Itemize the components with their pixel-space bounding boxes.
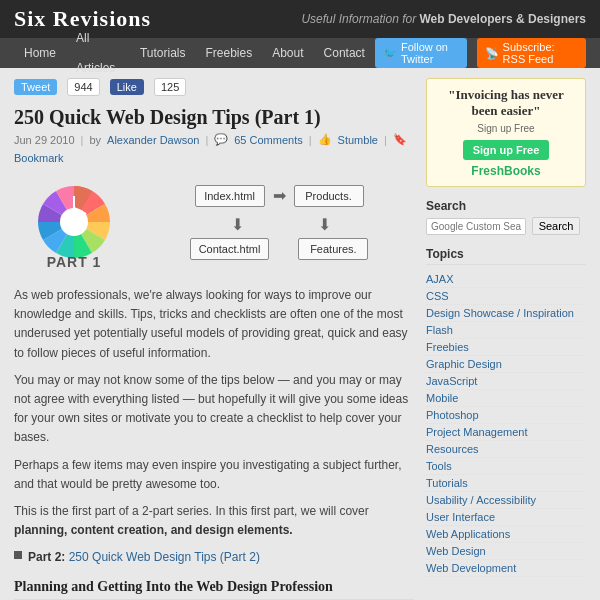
article-date: Jun 29 2010	[14, 134, 75, 146]
search-input[interactable]	[426, 218, 526, 235]
hero-diagram: Index.html ➡ Products. ⬇ ⬇ Contact.html …	[144, 174, 414, 274]
search-box: Search Search	[426, 199, 586, 235]
ad-headline: "Invoicing has never been easier"	[435, 87, 577, 119]
tweet-button[interactable]: Tweet	[14, 79, 57, 95]
nav-freebies[interactable]: Freebies	[196, 38, 263, 68]
main-column: Tweet 944 Like 125 250 Quick Web Design …	[14, 78, 414, 600]
social-bar: Tweet 944 Like 125	[14, 78, 414, 96]
part-label: PART 1	[14, 254, 134, 270]
diagram-box-contact: Contact.html	[190, 238, 270, 260]
topic-item[interactable]: Usability / Accessibility	[426, 492, 586, 509]
part2-bullet: Part 2: 250 Quick Web Design Tips (Part …	[14, 548, 414, 567]
like-button[interactable]: Like	[110, 79, 144, 95]
topic-item[interactable]: Mobile	[426, 390, 586, 407]
article-title: 250 Quick Web Design Tips (Part 1)	[14, 106, 414, 129]
diagram-box-products: Products.	[294, 185, 364, 207]
article-para-2: You may or may not know some of the tips…	[14, 371, 414, 448]
ad-logo: FreshBooks	[435, 164, 577, 178]
diagram-row-1: Index.html ➡ Products.	[195, 185, 364, 207]
article-body: As web professionals, we're always looki…	[14, 286, 414, 567]
content-wrap: Tweet 944 Like 125 250 Quick Web Design …	[0, 68, 600, 600]
bookmark-icon: 🔖	[393, 133, 407, 146]
topic-item[interactable]: Flash	[426, 322, 586, 339]
topic-item[interactable]: JavaScript	[426, 373, 586, 390]
article-comments[interactable]: 65 Comments	[234, 134, 302, 146]
sidebar: "Invoicing has never been easier" Sign u…	[426, 78, 586, 600]
search-label: Search	[426, 199, 586, 213]
topic-item[interactable]: CSS	[426, 288, 586, 305]
topic-item[interactable]: Web Applications	[426, 526, 586, 543]
diagram-row-2: Contact.html ➡ Features.	[190, 238, 369, 260]
twitter-icon: 🐦	[383, 47, 397, 60]
article-bookmark[interactable]: Bookmark	[14, 152, 64, 164]
diagram-arrow-down-2: ⬇	[318, 215, 331, 234]
article-para-4: This is the first part of a 2-part serie…	[14, 502, 414, 540]
topic-item[interactable]: Web Design	[426, 543, 586, 560]
topic-item[interactable]: Design Showcase / Inspiration	[426, 305, 586, 322]
topic-item[interactable]: Photoshop	[426, 407, 586, 424]
topic-item[interactable]: Freebies	[426, 339, 586, 356]
nav-bar: Home All Articles Tutorials Freebies Abo…	[0, 38, 600, 68]
comment-icon: 💬	[214, 133, 228, 146]
topics-label: Topics	[426, 247, 586, 265]
nav-social: 🐦 Follow on Twitter 📡 Subscribe: RSS Fee…	[375, 38, 586, 68]
part2-link[interactable]: 250 Quick Web Design Tips (Part 2)	[69, 550, 260, 564]
topic-item[interactable]: Web Development	[426, 560, 586, 577]
twitter-follow-button[interactable]: 🐦 Follow on Twitter	[375, 38, 467, 68]
nav-contact[interactable]: Contact	[314, 38, 375, 68]
rss-subscribe-button[interactable]: 📡 Subscribe: RSS Feed	[477, 38, 586, 68]
search-button[interactable]: Search	[532, 217, 581, 235]
nav-all-articles[interactable]: All Articles	[66, 23, 130, 83]
ad-sub: Sign up Free	[435, 123, 577, 134]
nav-about[interactable]: About	[262, 38, 313, 68]
topics: Topics AJAXCSSDesign Showcase / Inspirat…	[426, 247, 586, 577]
diagram-box-index: Index.html	[195, 185, 265, 207]
tweet-count: 944	[67, 78, 99, 96]
nav-home[interactable]: Home	[14, 38, 66, 68]
article-meta: Jun 29 2010 | by Alexander Dawson | 💬 65…	[14, 133, 414, 164]
diagram-arrow-right: ➡	[273, 186, 286, 205]
topic-item[interactable]: User Interface	[426, 509, 586, 526]
topic-item[interactable]: Project Management	[426, 424, 586, 441]
topic-item[interactable]: Graphic Design	[426, 356, 586, 373]
diagram-box-features: Features.	[298, 238, 368, 260]
topics-list: AJAXCSSDesign Showcase / InspirationFlas…	[426, 271, 586, 577]
topic-item[interactable]: AJAX	[426, 271, 586, 288]
topic-item[interactable]: Tutorials	[426, 475, 586, 492]
like-count: 125	[154, 78, 186, 96]
stumble-icon: 👍	[318, 133, 332, 146]
article-hero: PART 1 Index.html ➡ Products. ⬇ ⬇ Contac…	[14, 174, 414, 274]
diagram-arrow-down-1: ⬇	[231, 215, 244, 234]
ad-signup-button[interactable]: Sign up Free	[463, 140, 550, 160]
nav-tutorials[interactable]: Tutorials	[130, 38, 196, 68]
article-para-3: Perhaps a few items may even inspire you…	[14, 456, 414, 494]
color-wheel	[34, 182, 114, 262]
bullet-square	[14, 551, 22, 559]
article-author[interactable]: Alexander Dawson	[107, 134, 199, 146]
article-by: by	[89, 134, 101, 146]
article-para-1: As web professionals, we're always looki…	[14, 286, 414, 363]
rss-icon: 📡	[485, 47, 499, 60]
article-stumble[interactable]: Stumble	[338, 134, 378, 146]
hero-image: PART 1	[14, 174, 134, 274]
header-tagline: Useful Information for Web Developers & …	[301, 12, 586, 26]
section-heading: Planning and Getting Into the Web Design…	[14, 579, 414, 600]
topic-item[interactable]: Resources	[426, 441, 586, 458]
ad-box: "Invoicing has never been easier" Sign u…	[426, 78, 586, 187]
topic-item[interactable]: Tools	[426, 458, 586, 475]
